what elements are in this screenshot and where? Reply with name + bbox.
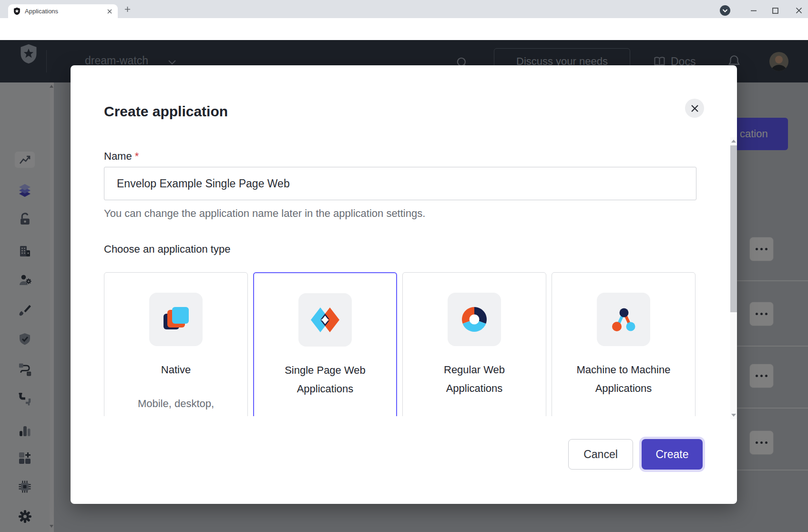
card-single-page-web[interactable]: Single Page Web Applications A JavaScrip…	[253, 272, 397, 416]
card-regular-web[interactable]: Regular Web Applications Traditional web	[402, 272, 546, 416]
window-maximize-icon[interactable]	[768, 4, 782, 17]
auth0-favicon-icon	[13, 7, 21, 15]
card-desc: Mobile, desktop,CLI and smart	[126, 394, 226, 416]
new-tab-button[interactable]	[123, 5, 132, 14]
browser-profile-chevron-icon[interactable]	[718, 4, 732, 17]
name-label: Name*	[104, 150, 139, 163]
application-name-input[interactable]	[104, 167, 696, 200]
card-title: Single Page Web Applications	[275, 361, 375, 398]
card-native[interactable]: Native Mobile, desktop,CLI and smart	[104, 272, 248, 416]
create-application-modal: Create application Name* You can change …	[71, 65, 737, 504]
modal-scrollbar-thumb[interactable]	[730, 145, 737, 312]
cancel-button[interactable]: Cancel	[568, 439, 633, 470]
tab-close-icon[interactable]	[106, 8, 113, 15]
name-helper-text: You can change the application name late…	[104, 207, 425, 220]
tab-title: Applications	[25, 8, 106, 15]
machine-to-machine-icon	[597, 293, 650, 346]
regular-web-icon	[448, 293, 501, 346]
card-desc: A JavaScript	[275, 413, 375, 416]
browser-toolbar: manage.auth0.com/dashboard/eu/dream-watc…	[0, 18, 808, 40]
modal-scrollbar[interactable]	[730, 137, 737, 419]
create-button[interactable]: Create	[642, 439, 703, 470]
modal-title: Create application	[104, 103, 228, 120]
card-machine-to-machine[interactable]: Machine to Machine Applications	[552, 272, 695, 416]
card-title: Native	[126, 360, 226, 379]
spa-icon	[298, 293, 352, 347]
card-desc: Traditional web	[424, 413, 524, 416]
card-title: Machine to Machine Applications	[573, 360, 674, 398]
card-title: Regular Web Applications	[424, 360, 524, 398]
window-close-icon[interactable]	[792, 4, 806, 17]
browser-titlebar: Applications	[0, 0, 808, 18]
choose-type-label: Choose an application type	[104, 243, 230, 256]
required-asterisk: *	[135, 150, 139, 162]
close-icon	[690, 104, 699, 113]
screen: Applications	[0, 0, 808, 532]
modal-close-button[interactable]	[685, 99, 704, 118]
application-type-cards: Native Mobile, desktop,CLI and smart Sin…	[104, 272, 696, 416]
window-minimize-icon[interactable]	[747, 4, 761, 17]
native-icon	[149, 293, 203, 346]
browser-tab[interactable]: Applications	[8, 4, 118, 18]
